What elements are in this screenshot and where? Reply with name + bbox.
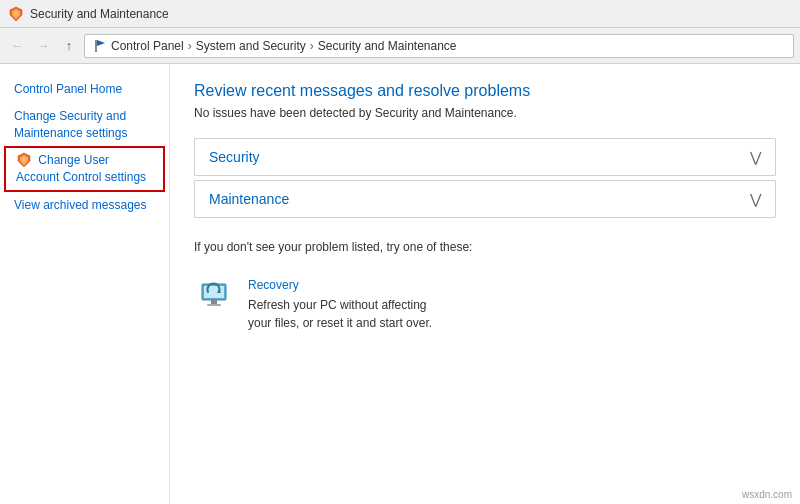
sidebar-item-archived[interactable]: View archived messages <box>0 192 169 219</box>
breadcrumb-control-panel[interactable]: Control Panel <box>111 39 184 53</box>
problems-section: If you don't see your problem listed, tr… <box>194 240 776 254</box>
accordion-maintenance: Maintenance ⋁ <box>194 180 776 218</box>
accordion-header-security[interactable]: Security ⋁ <box>195 139 775 175</box>
sidebar-link-home[interactable]: Control Panel Home <box>14 82 122 96</box>
sidebar-link-change-security[interactable]: Change Security and Maintenance settings <box>14 109 127 140</box>
title-bar-text: Security and Maintenance <box>30 7 169 21</box>
content-area: Review recent messages and resolve probl… <box>170 64 800 504</box>
accordion-header-maintenance[interactable]: Maintenance ⋁ <box>195 181 775 217</box>
svg-rect-3 <box>95 40 97 52</box>
chevron-down-icon-maintenance: ⋁ <box>750 191 761 207</box>
problems-text: If you don't see your problem listed, tr… <box>194 240 472 254</box>
sidebar-link-uac[interactable]: Change User Account Control settings <box>16 153 146 184</box>
breadcrumb-sep-1: › <box>188 39 192 53</box>
uac-icon: ! <box>16 152 32 168</box>
accordion-title-maintenance: Maintenance <box>209 191 289 207</box>
recovery-icon <box>194 278 234 318</box>
sidebar: Control Panel Home Change Security and M… <box>0 64 170 504</box>
forward-button[interactable]: → <box>32 35 54 57</box>
recovery-link[interactable]: Recovery <box>248 278 776 292</box>
recovery-desc: Refresh your PC without affectingyour fi… <box>248 296 776 332</box>
svg-marker-4 <box>97 40 105 46</box>
main-layout: Control Panel Home Change Security and M… <box>0 64 800 504</box>
svg-text:!: ! <box>23 156 25 163</box>
back-button[interactable]: ← <box>6 35 28 57</box>
svg-rect-10 <box>211 300 217 304</box>
flag-icon <box>93 39 107 53</box>
chevron-down-icon-security: ⋁ <box>750 149 761 165</box>
watermark: wsxdn.com <box>742 489 792 500</box>
svg-rect-11 <box>207 304 221 306</box>
title-bar: ! Security and Maintenance <box>0 0 800 28</box>
nav-bar: ← → ↑ Control Panel › System and Securit… <box>0 28 800 64</box>
sidebar-item-home[interactable]: Control Panel Home <box>0 76 169 103</box>
content-subtitle: No issues have been detected by Security… <box>194 106 776 120</box>
breadcrumb-sep-2: › <box>310 39 314 53</box>
recovery-text-block: Recovery Refresh your PC without affecti… <box>248 278 776 332</box>
breadcrumb-system-security[interactable]: System and Security <box>196 39 306 53</box>
accordion-security: Security ⋁ <box>194 138 776 176</box>
breadcrumb: Control Panel › System and Security › Se… <box>84 34 794 58</box>
up-button[interactable]: ↑ <box>58 35 80 57</box>
recovery-item: Recovery Refresh your PC without affecti… <box>194 270 776 340</box>
sidebar-item-change-security[interactable]: Change Security and Maintenance settings <box>0 103 169 147</box>
breadcrumb-current: Security and Maintenance <box>318 39 457 53</box>
sidebar-item-uac[interactable]: ! Change User Account Control settings <box>4 146 165 192</box>
sidebar-link-archived[interactable]: View archived messages <box>14 198 147 212</box>
accordion-title-security: Security <box>209 149 260 165</box>
title-bar-icon: ! <box>8 6 24 22</box>
content-title: Review recent messages and resolve probl… <box>194 82 776 100</box>
svg-text:!: ! <box>15 10 17 17</box>
